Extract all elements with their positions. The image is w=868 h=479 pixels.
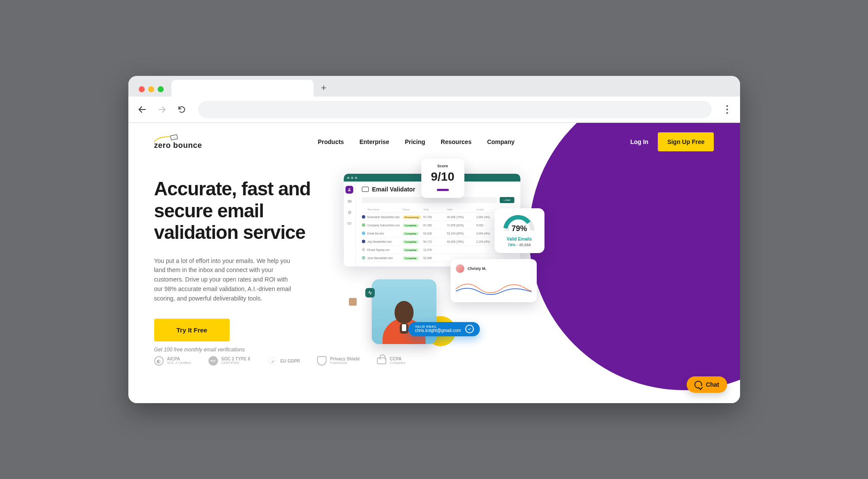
maximize-window-icon[interactable]	[158, 86, 164, 92]
new-tab-button[interactable]: +	[316, 80, 332, 96]
avatar-stack	[348, 299, 358, 307]
close-window-icon[interactable]	[139, 86, 145, 92]
score-card: Score 9/10	[421, 159, 464, 198]
check-icon	[465, 325, 474, 333]
table-row: Email list.xlsx Complete 62,628 53,234 (…	[362, 229, 514, 238]
chat-button[interactable]: Chat	[687, 376, 727, 393]
gauge-card: 79% Valid Emails 79% - 45,668	[495, 208, 544, 253]
nav-company[interactable]: Company	[487, 138, 515, 145]
lock-icon	[377, 357, 386, 364]
hero-section: Accurate, fast and secure email validati…	[128, 157, 740, 353]
page-content: zero bounce Products Enterprise Pricing …	[128, 123, 740, 403]
signup-button[interactable]: Sign Up Free	[658, 132, 714, 151]
sidebar-card-icon: ▭	[347, 220, 352, 226]
shield-icon	[317, 356, 327, 366]
aicpa-icon: ◐	[154, 356, 164, 366]
contact-card: Christy M.	[451, 259, 537, 302]
badge-soc2: SOC SOC 2 TYPE IICERTIFIED	[208, 356, 250, 366]
sidebar-validate-icon	[345, 186, 353, 194]
arrow-left-icon	[137, 105, 147, 114]
avatar	[456, 264, 464, 273]
minimize-window-icon[interactable]	[148, 86, 154, 92]
browser-chrome: +	[128, 76, 740, 123]
reload-icon	[177, 105, 186, 114]
logo-text-1: zero	[154, 141, 171, 150]
sidebar-check-icon: ⊘	[348, 210, 352, 215]
table-row: November Newsletter.xlsx Processing 57,7…	[362, 213, 514, 221]
address-bar[interactable]	[198, 101, 712, 118]
hero-copy: Accurate, fast and secure email validati…	[154, 178, 327, 353]
try-free-button[interactable]: Try It Free	[154, 319, 230, 341]
gauge-sub: 79% - 45,668	[500, 243, 539, 247]
login-link[interactable]: Log In	[630, 138, 648, 145]
dashboard-add-button: + Add	[500, 197, 514, 203]
valid-email-pill: VALID EMAIL chris.knight@gmail.com	[408, 322, 480, 336]
nav-pricing[interactable]: Pricing	[405, 138, 425, 145]
back-button[interactable]	[135, 103, 149, 116]
pill-email: chris.knight@gmail.com	[415, 328, 461, 333]
badge-aicpa: ◐ AICPASOC 2 Certified	[154, 356, 191, 366]
badge-gdpr: EU GDPR	[268, 356, 300, 366]
svg-point-0	[348, 188, 350, 190]
browser-menu-button[interactable]	[721, 103, 733, 116]
browser-window: + zero bounce	[128, 76, 740, 403]
arrow-right-icon	[157, 105, 167, 114]
badge-privacy-shield: Privacy ShieldFramework	[317, 356, 359, 366]
soc2-icon: SOC	[208, 356, 218, 366]
nav-resources[interactable]: Resources	[441, 138, 472, 145]
site-header: zero bounce Products Enterprise Pricing …	[128, 123, 740, 157]
activity-icon	[365, 288, 375, 297]
mini-avatar	[348, 297, 358, 307]
wave-chart-icon	[456, 277, 532, 297]
compliance-badges: ◐ AICPASOC 2 Certified SOC SOC 2 TYPE II…	[128, 356, 740, 366]
gauge-percent: 79%	[504, 224, 535, 233]
table-row: July Newsletter.xlsx Complete 54,712 42,…	[362, 238, 514, 246]
table-row: Ebook Signup.csv Complete 12,370	[362, 246, 514, 254]
browser-tab[interactable]	[171, 80, 314, 97]
dashboard-input	[362, 197, 497, 203]
main-nav: Products Enterprise Pricing Resources Co…	[318, 138, 515, 145]
gauge-label: Valid Emails	[500, 237, 539, 241]
dashboard-sidebar: ✉ ⊘ ▭	[344, 182, 356, 266]
nav-enterprise[interactable]: Enterprise	[359, 138, 389, 145]
forward-button[interactable]	[155, 103, 169, 116]
dashboard-title: Email Validator	[372, 186, 415, 193]
score-label: Score	[427, 164, 458, 168]
score-value: 9/10	[427, 170, 458, 184]
tab-strip: +	[128, 76, 740, 97]
badge-ccpa: CCPACompliant	[377, 357, 405, 365]
eu-stars-icon	[268, 356, 277, 366]
svg-point-1	[269, 357, 276, 365]
score-bar	[437, 189, 449, 191]
hero-title: Accurate, fast and secure email validati…	[154, 178, 327, 244]
hero-illustration: ✉ ⊘ ▭ Email Validator + Add	[339, 178, 714, 353]
mail-check-icon	[362, 187, 369, 192]
cta-subtext: Get 100 free monthly email verifications	[154, 347, 327, 353]
contact-name: Christy M.	[468, 266, 487, 271]
logo-text-2: bounce	[173, 141, 202, 150]
nav-products[interactable]: Products	[318, 138, 344, 145]
chat-label: Chat	[706, 381, 719, 388]
table-row: Company Subscribers.csv Complete 87,285 …	[362, 221, 514, 229]
pill-tag: VALID EMAIL	[415, 325, 461, 328]
dashboard-table-head: File Name Status Total Valid Invalid	[362, 207, 514, 213]
sidebar-mail-icon: ✉	[348, 199, 352, 204]
auth-actions: Log In Sign Up Free	[630, 132, 714, 151]
logo-mail-icon	[170, 134, 178, 140]
chat-icon	[694, 381, 702, 388]
site-logo[interactable]: zero bounce	[154, 135, 202, 149]
hero-description: You put a lot of effort into your emails…	[154, 257, 296, 303]
reload-button[interactable]	[175, 103, 189, 116]
dashboard-table-body: November Newsletter.xlsx Processing 57,7…	[362, 213, 514, 262]
browser-toolbar	[128, 97, 740, 122]
window-controls	[139, 86, 164, 92]
